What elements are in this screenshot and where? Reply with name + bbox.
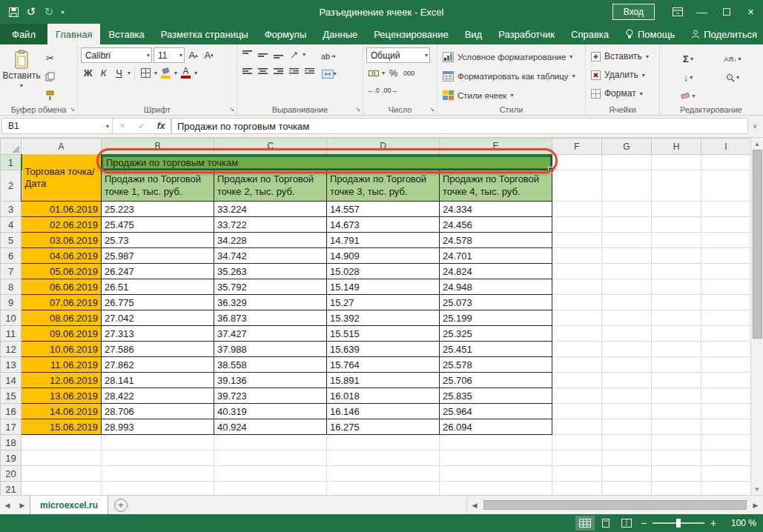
empty-cell[interactable] (602, 357, 652, 373)
active-cell-b1-e1-merged[interactable]: Продажи по торговым точкам (102, 155, 552, 170)
value-cell[interactable]: 16.018 (327, 388, 440, 404)
dialog-launcher-icon[interactable]: ↘ (355, 107, 360, 113)
ribbon-tab-7[interactable]: Вид (457, 24, 491, 44)
vertical-scroll-thumb[interactable] (753, 150, 762, 339)
empty-cell[interactable] (652, 264, 701, 279)
value-cell[interactable]: 25.199 (440, 310, 552, 326)
grow-font-button[interactable]: А▴ (186, 48, 200, 62)
empty-cell[interactable] (552, 170, 602, 202)
value-cell[interactable]: 33.224 (214, 202, 327, 217)
row-header-12[interactable]: 12 (1, 342, 22, 357)
ribbon-tab-9[interactable]: Справка (563, 24, 617, 44)
empty-cell[interactable] (602, 170, 652, 202)
empty-cell[interactable] (701, 373, 751, 388)
empty-cell[interactable] (602, 295, 652, 310)
empty-cell[interactable] (602, 202, 652, 217)
row-header-1[interactable]: 1 (1, 155, 22, 170)
value-cell[interactable]: 38.558 (214, 357, 327, 373)
value-cell[interactable]: 15.27 (327, 295, 440, 310)
value-cell[interactable]: 16.146 (327, 404, 440, 419)
chevron-down-icon[interactable]: ▾ (128, 70, 131, 76)
row-header-15[interactable]: 15 (1, 388, 22, 404)
date-cell[interactable]: 04.06.2019 (22, 248, 102, 264)
zoom-out-button[interactable]: − (638, 517, 650, 529)
borders-button[interactable] (139, 66, 153, 80)
sheet-tab-active[interactable]: microexcel.ru (30, 496, 108, 514)
row-header-16[interactable]: 16 (1, 404, 22, 419)
empty-cell[interactable] (701, 450, 751, 466)
empty-cell[interactable] (552, 357, 602, 373)
empty-cell[interactable] (214, 482, 327, 496)
zoom-thumb[interactable] (676, 519, 681, 528)
empty-cell[interactable] (22, 466, 102, 482)
empty-cell[interactable] (602, 310, 652, 326)
empty-cell[interactable] (701, 233, 751, 248)
value-cell[interactable]: 15.149 (327, 279, 440, 295)
align-middle-button[interactable] (256, 47, 270, 61)
autosum-button[interactable]: Σ▾ (672, 52, 704, 66)
empty-cell[interactable] (552, 404, 602, 419)
value-cell[interactable]: 25.987 (102, 248, 214, 264)
date-cell[interactable]: 08.06.2019 (22, 310, 102, 326)
empty-cell[interactable] (102, 466, 214, 482)
value-cell[interactable]: 25.223 (102, 202, 214, 217)
empty-cell[interactable] (602, 233, 652, 248)
empty-cell[interactable] (652, 310, 701, 326)
value-cell[interactable]: 25.325 (440, 326, 552, 342)
increase-decimal-button[interactable]: ←.0 (366, 83, 380, 97)
value-cell[interactable]: 24.948 (440, 279, 552, 295)
share-button[interactable]: Поделиться (683, 24, 763, 44)
row-header-4[interactable]: 4 (1, 217, 22, 233)
empty-cell[interactable] (701, 466, 751, 482)
empty-cell[interactable] (701, 170, 751, 202)
value-cell[interactable]: 37.988 (214, 342, 327, 357)
date-cell[interactable]: 12.06.2019 (22, 373, 102, 388)
column-header-h[interactable]: H (652, 139, 701, 155)
scroll-down-icon[interactable]: ▼ (751, 483, 763, 495)
empty-cell[interactable] (552, 482, 602, 496)
value-cell[interactable]: 35.792 (214, 279, 327, 295)
empty-cell[interactable] (602, 435, 652, 450)
value-cell[interactable]: 15.639 (327, 342, 440, 357)
format-cells-button[interactable]: Формат▾ (589, 84, 656, 102)
column-header-b[interactable]: B (102, 139, 214, 155)
empty-cell[interactable] (602, 326, 652, 342)
sign-in-button[interactable]: Вход (612, 4, 655, 20)
percent-style-button[interactable]: % (386, 66, 400, 80)
ribbon-tab-file[interactable]: Файл (0, 24, 47, 44)
empty-cell[interactable] (602, 217, 652, 233)
empty-cell[interactable] (652, 482, 701, 496)
empty-cell[interactable] (701, 264, 751, 279)
ribbon-tab-2[interactable]: Вставка (100, 24, 152, 44)
empty-cell[interactable] (701, 217, 751, 233)
empty-cell[interactable] (652, 388, 701, 404)
date-cell[interactable]: 10.06.2019 (22, 342, 102, 357)
empty-cell[interactable] (701, 279, 751, 295)
ribbon-display-options-icon[interactable] (665, 0, 690, 24)
align-left-button[interactable] (240, 64, 254, 79)
value-cell[interactable]: 24.824 (440, 264, 552, 279)
date-cell[interactable]: 13.06.2019 (22, 388, 102, 404)
value-cell[interactable]: 36.873 (214, 310, 327, 326)
value-cell[interactable]: 27.313 (102, 326, 214, 342)
merge-center-button[interactable]: ▾ (321, 67, 337, 81)
copy-button[interactable] (43, 70, 57, 84)
decrease-indent-button[interactable] (287, 64, 301, 79)
empty-cell[interactable] (701, 357, 751, 373)
cancel-icon[interactable]: × (113, 121, 132, 131)
value-cell[interactable]: 24.334 (440, 202, 552, 217)
empty-cell[interactable] (602, 450, 652, 466)
empty-cell[interactable] (552, 310, 602, 326)
chevron-down-icon[interactable]: ▾ (194, 70, 197, 76)
empty-cell[interactable] (701, 248, 751, 264)
increase-indent-button[interactable] (303, 64, 317, 79)
ribbon-tab-1[interactable]: Главная (47, 24, 100, 44)
empty-cell[interactable] (552, 155, 602, 170)
empty-cell[interactable] (652, 404, 701, 419)
date-cell[interactable]: 05.06.2019 (22, 264, 102, 279)
value-cell[interactable]: 15.764 (327, 357, 440, 373)
value-cell[interactable]: 16.275 (327, 419, 440, 435)
value-cell[interactable]: 28.993 (102, 419, 214, 435)
empty-cell[interactable] (652, 419, 701, 435)
maximize-button[interactable] (714, 0, 739, 24)
